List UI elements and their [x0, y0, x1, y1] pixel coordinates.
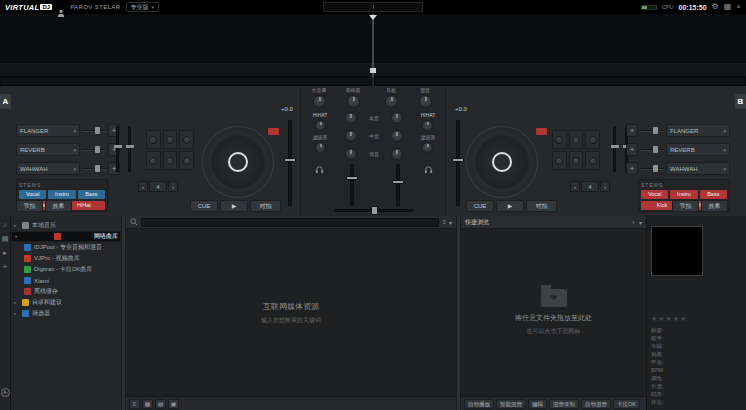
fx-select[interactable]: REVERB▾ — [16, 143, 80, 156]
stem-pad[interactable] — [146, 151, 161, 170]
fx-add-button[interactable]: + — [626, 143, 638, 156]
fx-select[interactable]: FLANGER▾ — [666, 124, 730, 137]
fx-add-button[interactable]: + — [626, 124, 638, 137]
right-filter-knob[interactable] — [422, 142, 433, 153]
rating-stars[interactable]: ★★★★★ — [651, 315, 687, 323]
crossfader-cap[interactable] — [371, 206, 378, 215]
deck-b-pad-mode-2[interactable]: 效果 — [701, 200, 728, 212]
deck-b-jog-wheel[interactable] — [466, 126, 538, 198]
left-volume-fader-cap[interactable] — [346, 176, 358, 180]
zoom-letter-badge[interactable]: A- — [1, 388, 10, 397]
playlist-icon[interactable]: ▤ — [1, 234, 10, 243]
sidebar-item-idjpool[interactable]: iDJPool - 专业音频和混音 — [11, 242, 121, 253]
loop-double-button[interactable]: › — [168, 181, 178, 192]
split-view-icon[interactable]: ▤ — [155, 399, 166, 409]
stem-pad[interactable] — [569, 130, 584, 149]
sidebar-item-digitrax[interactable]: Digitrax - 卡拉OK曲库 — [11, 264, 121, 275]
deck-a-play-button[interactable]: ▶ — [220, 200, 248, 212]
stem-bass-button[interactable]: Bass — [78, 190, 105, 199]
list-options-icon[interactable]: ≡ — [442, 219, 446, 225]
stem-pad[interactable] — [163, 151, 178, 170]
left-gain-knob[interactable] — [315, 120, 326, 131]
fx-amount-slider[interactable] — [82, 143, 106, 156]
deck-b-sync-button[interactable]: 对拍 — [526, 200, 557, 212]
deck-a-pad-mode-2[interactable]: 效果 — [45, 200, 72, 212]
expand-arrow-icon[interactable]: ▸ — [14, 300, 19, 305]
stem-pad[interactable] — [569, 151, 584, 170]
deck-a-sync-button[interactable]: 对拍 — [250, 200, 281, 212]
chevron-down-icon[interactable]: ▾ — [639, 219, 642, 226]
stem-pad[interactable] — [585, 151, 600, 170]
fx-add-button[interactable]: + — [626, 162, 638, 175]
edit-button[interactable]: 编辑 — [528, 399, 547, 409]
left-eq-low-knob[interactable] — [345, 148, 357, 160]
add-folder-icon[interactable]: ＋ — [630, 218, 636, 227]
add-icon[interactable]: + — [1, 262, 10, 271]
sidebar-item-local-music[interactable]: ▸ 本地音乐 — [11, 220, 121, 231]
fx-amount-slider[interactable] — [82, 124, 106, 137]
loop-size-value[interactable]: 4 — [581, 181, 599, 192]
headphone-mix-knob[interactable] — [419, 95, 432, 108]
sidebar-item-vjpro[interactable]: VJPro - 视频曲库 — [11, 253, 121, 264]
deck-a-jog-wheel[interactable] — [202, 126, 274, 198]
deck-b-cue-button[interactable]: CUE — [466, 200, 494, 212]
right-volume-fader[interactable] — [396, 164, 400, 206]
sidebar-item-filters[interactable]: ▸ 筛选器 — [11, 308, 121, 319]
stem-pad[interactable] — [163, 130, 178, 149]
right-eq-low-knob[interactable] — [391, 148, 403, 160]
stem-pad[interactable] — [146, 130, 161, 149]
fx-select[interactable]: REVERB▾ — [666, 143, 730, 156]
sidebar-item-online-library[interactable]: ▾ 网络曲库 — [11, 231, 121, 242]
deck-a-tab[interactable]: A — [0, 94, 11, 109]
karaoke-button[interactable]: 卡拉OK — [613, 399, 640, 409]
stem-pad[interactable] — [179, 151, 194, 170]
headphone-volume-knob[interactable] — [385, 95, 398, 108]
stem-pad[interactable] — [552, 130, 567, 149]
chevron-down-icon[interactable]: ▾ — [449, 219, 452, 226]
deck-b-track-overview[interactable] — [374, 77, 746, 86]
stem-pad[interactable] — [179, 130, 194, 149]
deck-b-tab[interactable]: B — [735, 94, 746, 109]
mix-record-button[interactable]: 混音录制 — [549, 399, 579, 409]
expand-arrow-icon[interactable]: ▸ — [14, 223, 19, 228]
gear-icon[interactable]: ⚙ — [712, 2, 719, 12]
stem-pad[interactable] — [585, 130, 600, 149]
stem-bass-button[interactable]: Bass — [700, 190, 727, 199]
stem-vocal-button[interactable]: Vocal — [641, 190, 668, 199]
deck-a-track-overview[interactable] — [0, 77, 372, 86]
deck-b-pitch-slider[interactable] — [456, 120, 460, 206]
loop-half-button[interactable]: ‹ — [138, 181, 148, 192]
right-gain-knob[interactable] — [422, 120, 433, 131]
fx-select[interactable]: FLANGER▾ — [16, 124, 80, 137]
fx-amount-slider[interactable] — [640, 124, 664, 137]
deck-a-cue-button[interactable]: CUE — [190, 200, 218, 212]
fx-amount-slider[interactable] — [640, 162, 664, 175]
sampler-volume-knob[interactable] — [347, 95, 360, 108]
edition-dropdown[interactable]: 专业版 ▾ — [126, 2, 160, 12]
deck-a-pitch-fader-cap[interactable] — [284, 158, 296, 162]
list-view-icon[interactable]: ≡ — [129, 399, 140, 409]
left-eq-mid-knob[interactable] — [345, 130, 357, 142]
stem-instru-button[interactable]: Instru — [48, 190, 75, 199]
right-pfl-headphone-icon[interactable] — [424, 160, 433, 169]
close-icon[interactable]: × — [736, 2, 741, 12]
loop-double-button[interactable]: › — [600, 181, 610, 192]
stem-vocal-button[interactable]: Vocal — [19, 190, 46, 199]
panel-view-icon[interactable]: ▣ — [168, 399, 179, 409]
left-filter-knob[interactable] — [315, 142, 326, 153]
grid-view-icon[interactable]: ▦ — [142, 399, 153, 409]
music-note-icon[interactable]: ♪ — [1, 220, 10, 229]
expand-arrow-icon[interactable]: ▸ — [14, 311, 19, 316]
left-pfl-headphone-icon[interactable] — [315, 160, 324, 169]
fx-select[interactable]: WAHWAH▾ — [666, 162, 730, 175]
autoplay-button[interactable]: 自动播放 — [464, 399, 494, 409]
deck-b-pitch-fader-cap[interactable] — [452, 158, 464, 162]
automix-button[interactable]: 自动混音 — [581, 399, 611, 409]
sidebar-item-xiami[interactable]: Xiami — [11, 275, 121, 286]
left-eq-high-knob[interactable] — [345, 112, 357, 124]
history-icon[interactable]: ▸ — [1, 248, 10, 257]
layout-grid-icon[interactable]: ▦ — [724, 2, 732, 12]
left-volume-fader[interactable] — [350, 164, 354, 206]
stem-pad[interactable] — [552, 151, 567, 170]
loop-half-button[interactable]: ‹ — [570, 181, 580, 192]
